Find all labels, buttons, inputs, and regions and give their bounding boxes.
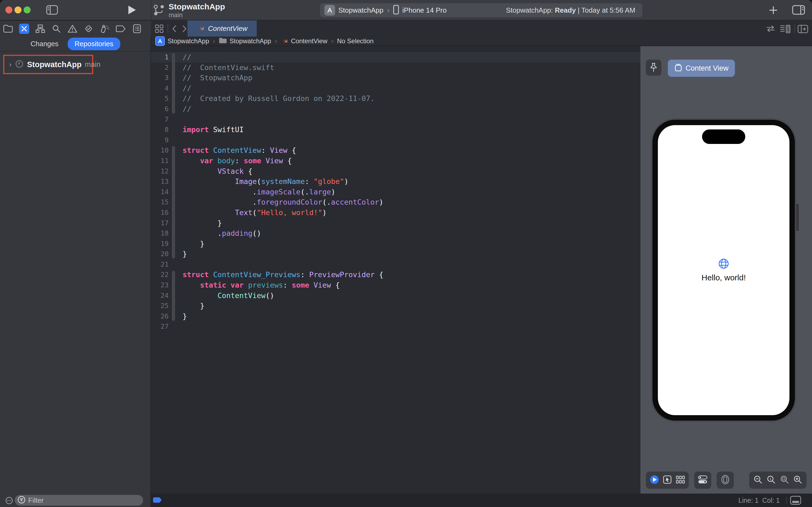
code-line-4[interactable]: 4// [151,83,640,94]
tab-repositories[interactable]: Repositories [68,38,121,50]
issue-navigator-tab[interactable] [64,22,80,36]
close-button[interactable] [5,6,12,13]
code-line-19[interactable]: 19 } [151,239,640,249]
iphone-preview-frame: Hello, world! [652,120,795,420]
hello-world-text: Hello, world! [701,273,746,282]
add-editor-plus-icon[interactable] [768,5,778,15]
back-icon[interactable] [171,25,178,33]
zoom-in-icon[interactable] [793,475,802,485]
code-line-9[interactable]: 9 [151,135,640,146]
phone-power-button [796,204,799,231]
tab-label: ContentView [208,24,247,33]
source-control-navigator-tab[interactable] [16,22,32,36]
code-line-12[interactable]: 12 VStack { [151,166,640,177]
code-review-icon[interactable] [766,25,775,32]
breakpoint-navigator-tab[interactable] [113,22,129,36]
code-line-7[interactable]: 7 [151,114,640,125]
branch-icon [153,3,165,18]
repository-row-annotated[interactable]: › StopwatchApp main [3,55,93,74]
code-line-5[interactable]: 5// Created by Russell Gordon on 2022-11… [151,94,640,104]
breadcrumb-file[interactable]: ContentView [291,37,328,45]
variants-button[interactable] [676,475,685,485]
zoom-fit-icon[interactable] [780,475,789,485]
code-line-2[interactable]: 2// ContentView.swift [151,63,640,73]
code-line-25[interactable]: 25 } [151,301,640,311]
code-line-10[interactable]: 10struct ContentView: View { [151,145,640,156]
forward-icon[interactable] [181,25,188,33]
code-line-26[interactable]: 26} [151,311,640,322]
debug-navigator-tab[interactable] [97,22,113,36]
line-number: 4 [151,83,169,94]
code-line-1[interactable]: 1// [151,52,640,63]
code-line-16[interactable]: 16 Text("Hello, world!") [151,208,640,218]
filter-input[interactable]: Filter [15,495,143,506]
iphone-screen[interactable]: Hello, world! [658,125,790,415]
line-col-indicator[interactable]: Line: 1 Col: 1 [739,497,780,504]
project-navigator-tab[interactable] [0,22,16,36]
line-number: 10 [151,145,169,156]
scheme-selector[interactable]: StopwatchApp › iPhone 14 Pro [320,5,447,15]
toggle-inspector-icon[interactable] [792,5,805,15]
line-number: 23 [151,280,169,291]
line-number: 24 [151,291,169,301]
code-line-3[interactable]: 3// StopwatchApp [151,73,640,83]
zoom-100-icon[interactable]: 1 [767,475,776,485]
pin-preview-button[interactable] [646,60,661,76]
editor-options-icon[interactable] [780,25,791,33]
toggle-navigator-icon[interactable] [46,5,58,15]
code-line-22[interactable]: 22struct ContentView_Previews: PreviewPr… [151,270,640,280]
code-line-21[interactable]: 21 [151,260,640,270]
code-line-17[interactable]: 17 } [151,218,640,229]
zoom-out-icon[interactable] [753,475,763,485]
test-navigator-tab[interactable] [80,22,97,36]
selectable-mode-button[interactable] [663,475,672,485]
line-number: 9 [151,135,169,146]
source-editor[interactable]: 1//2// ContentView.swift3// StopwatchApp… [151,46,640,494]
line-number: 17 [151,218,169,229]
code-line-24[interactable]: 24 ContentView() [151,291,640,301]
breadcrumb-selection[interactable]: No Selection [337,37,373,45]
preview-on-device-button[interactable] [721,474,730,486]
code-line-14[interactable]: 14 .imageScale(.large) [151,187,640,198]
zoom-button[interactable] [23,6,31,13]
code-line-23[interactable]: 23 static var previews: some View { [151,280,640,291]
breadcrumb-project[interactable]: StopwatchApp [168,37,209,45]
ellipsis-circle-icon[interactable] [5,497,13,505]
breadcrumb-group[interactable]: StopwatchApp [230,37,271,45]
find-navigator-tab[interactable] [48,22,64,36]
breakpoint-tag-icon[interactable] [153,497,162,503]
bottom-panel-icon[interactable] [790,496,801,506]
line-number: 8 [151,125,169,135]
related-items-icon[interactable] [155,24,164,33]
live-preview-button[interactable] [649,475,659,486]
code-line-8[interactable]: 8import SwiftUI [151,125,640,135]
code-lines: 1//2// ContentView.swift3// StopwatchApp… [151,52,640,332]
line-number: 5 [151,94,169,104]
project-title: StopwatchApp [169,2,225,11]
content-view-preview-button[interactable]: Content View [668,60,735,77]
code-line-11[interactable]: 11 var body: some View { [151,156,640,166]
tabbar-divider [168,24,168,33]
report-navigator-tab[interactable] [129,22,145,36]
tab-changes[interactable]: Changes [31,40,59,48]
code-line-13[interactable]: 13 Image(systemName: "globe") [151,176,640,187]
code-line-6[interactable]: 6// [151,104,640,114]
add-editor-split-icon[interactable] [798,25,808,33]
activity-bar: StopwatchApp › iPhone 14 Pro StopwatchAp… [320,3,642,17]
symbol-navigator-tab[interactable] [32,22,48,36]
run-button[interactable] [127,5,136,15]
tab-contentview[interactable]: ContentView [187,20,257,37]
activity-status[interactable]: StopwatchApp: Ready | Today at 5:56 AM [506,3,635,17]
code-line-20[interactable]: 20} [151,249,640,260]
scheme-chevron: › [387,6,390,14]
code-line-18[interactable]: 18 .padding() [151,228,640,239]
minimize-button[interactable] [14,6,21,13]
project-app-icon[interactable] [155,36,165,46]
line-number: 14 [151,187,169,198]
disclosure-chevron-icon[interactable]: › [9,60,11,69]
line-number: 1 [151,52,169,63]
code-line-27[interactable]: 27 [151,322,640,332]
code-line-15[interactable]: 15 .foregroundColor(.accentColor) [151,197,640,208]
device-settings-button[interactable] [698,475,708,486]
run-destination[interactable]: iPhone 14 Pro [402,6,447,14]
